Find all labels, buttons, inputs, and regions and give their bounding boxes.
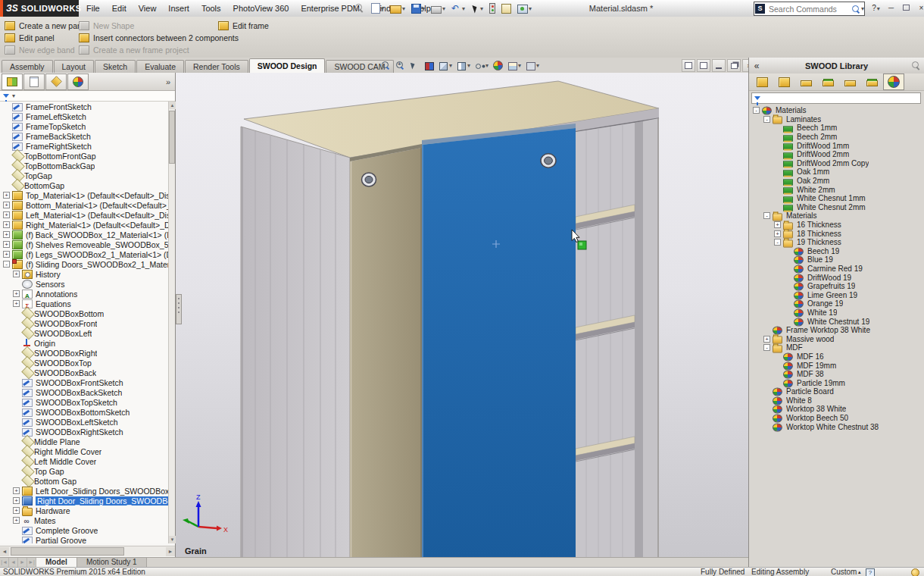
feature-tree-item-partial-groove[interactable]: Partial Groove — [0, 535, 168, 543]
library-tree-item-particle-board[interactable]: Particle Board — [751, 387, 922, 396]
feature-tree-item-swoodboxbottomsketch[interactable]: SWOODBoxBottomSketch — [0, 407, 168, 417]
library-tree-item-mdf[interactable]: -MDF — [751, 343, 922, 352]
feature-tree-item-left-material-1-default-default-display-stat[interactable]: +Left_Material<1> (Default<<Default>_Dis… — [0, 210, 168, 220]
feature-tree-item-top-gap[interactable]: Top Gap — [0, 466, 168, 476]
edit-appearance-button[interactable] — [492, 59, 504, 72]
restore-button[interactable] — [899, 2, 913, 14]
feature-tree-item-f-back-swoodbox-12-material-1-default-def[interactable]: +(f) Back_SWOODBox_12_Material<1> (Defau… — [0, 230, 168, 239]
library-filter-input[interactable] — [751, 92, 921, 104]
menu-insert[interactable]: Insert — [162, 0, 195, 17]
zoom-fit-button[interactable] — [379, 59, 392, 72]
view-orientation-button[interactable]: ▾ — [437, 59, 454, 72]
feature-tree-item-hardware[interactable]: +Hardware — [0, 506, 168, 515]
scrollbar-thumb[interactable] — [169, 111, 175, 164]
search-scope-icon[interactable]: S — [755, 4, 765, 14]
tree-filter-row[interactable]: ▾ — [0, 91, 175, 102]
tab-assembly[interactable]: Assembly — [2, 60, 53, 73]
toolbar-file-properties-button[interactable] — [499, 1, 514, 16]
library-tree-item-frame-worktop-38-white[interactable]: Frame Worktop 38 White — [751, 326, 922, 335]
expand-icon[interactable]: + — [3, 202, 10, 208]
feature-tree-item-bottom-gap[interactable]: Bottom Gap — [0, 476, 168, 486]
toolbar-open-button[interactable]: ▾ — [388, 1, 407, 16]
feature-tree-horizontal-scrollbar[interactable]: ◄ ► — [0, 546, 175, 556]
library-tree-item-white-2mm[interactable]: White 2mm — [751, 185, 922, 194]
feature-tree-item-left-middle-cover[interactable]: Left Middle Cover — [0, 456, 168, 466]
feature-tree-item-swoodboxright[interactable]: SWOODBoxRight — [0, 348, 168, 358]
feature-tree-item-framefrontsketch[interactable]: FrameFrontSketch — [0, 102, 168, 111]
apply-scene-button[interactable]: ▾ — [506, 59, 523, 72]
feature-tree-item-equations[interactable]: +Equations — [0, 299, 168, 308]
collapse-icon[interactable]: - — [753, 107, 760, 114]
tab-sketch[interactable]: Sketch — [95, 60, 136, 73]
library-tree-item-particle-19mm[interactable]: Particle 19mm — [751, 378, 922, 387]
selection-handle-marker[interactable] — [578, 241, 586, 249]
left-door-handle[interactable] — [362, 173, 376, 186]
tab-swood-design[interactable]: SWOOD Design — [249, 58, 326, 73]
panel-splitter-handle[interactable] — [176, 294, 182, 324]
feature-tree-item-frameleftsketch[interactable]: FrameLeftSketch — [0, 111, 168, 121]
minimize-button[interactable]: ─ — [884, 2, 898, 14]
library-tree-item-white-chesnut-2mm[interactable]: White Chesnut 2mm — [751, 203, 922, 212]
library-tree-item-oak-1mm[interactable]: Oak 1mm — [751, 167, 922, 177]
expand-icon[interactable]: + — [13, 517, 20, 524]
feature-tree-item-f-sliding-doors-swoodbox2-1-material-1-def[interactable]: -(f) Sliding Doors_SWOODBox2_1_Material<… — [0, 259, 168, 269]
collapse-icon[interactable]: - — [763, 344, 770, 351]
expand-icon[interactable]: + — [3, 192, 10, 199]
collapse-icon[interactable]: - — [763, 212, 770, 219]
collapse-panel-chevron[interactable]: « — [749, 61, 764, 71]
dropdown-arrow-icon[interactable]: ▾ — [402, 5, 405, 12]
feature-tree-item-origin[interactable]: Origin — [0, 338, 168, 348]
display-manager-tab[interactable] — [67, 74, 89, 90]
expand-icon[interactable]: + — [3, 221, 10, 228]
feature-tree-item-topgap[interactable]: TopGap — [0, 171, 168, 180]
toolbar-save-button[interactable]: ▾ — [409, 1, 427, 16]
feature-tree-item-swoodboxleft[interactable]: SWOODBoxLeft — [0, 328, 168, 338]
feature-tree-item-swoodboxbacksketch[interactable]: SWOODBoxBackSketch — [0, 387, 168, 397]
feature-tree-item-bottomgap[interactable]: BottomGap — [0, 180, 168, 190]
feature-tree-item-top-material-1-default-default-display-stat[interactable]: +Top_Material<1> (Default<<Default>_Disp… — [0, 190, 168, 200]
machinings-library-button[interactable] — [861, 74, 882, 90]
menu-photoview-360[interactable]: PhotoView 360 — [227, 0, 295, 17]
expand-icon[interactable]: + — [13, 290, 20, 297]
feature-tree-item-topbottombackgap[interactable]: TopBottomBackGap — [0, 161, 168, 171]
dropdown-arrow-icon[interactable]: ▾ — [381, 5, 384, 12]
pane-right-button[interactable] — [697, 59, 710, 72]
feature-tree-item-swoodboxfront[interactable]: SWOODBoxFront — [0, 318, 168, 328]
feature-tree-item-bottom-material-1-default-default-display[interactable]: +Bottom_Material<1> (Default<<Default>_D… — [0, 200, 168, 210]
feature-manager-design-tree-tab[interactable] — [2, 74, 23, 90]
feature-tree-item-sensors[interactable]: Sensors — [0, 279, 168, 289]
collapse-icon[interactable]: - — [774, 239, 781, 246]
search-commands-box[interactable]: S ▾ — [754, 2, 865, 16]
zoom-area-button[interactable] — [394, 59, 407, 72]
dropdown-arrow-icon[interactable]: ▾ — [518, 62, 521, 69]
menu-edit[interactable]: Edit — [106, 0, 133, 17]
feature-tree-item-complete-groove[interactable]: Complete Groove — [0, 525, 168, 535]
library-tree-item-white-chestnut-19[interactable]: White Chestnut 19 — [751, 317, 922, 326]
library-tree-item-massive-wood[interactable]: +Massive wood — [751, 334, 922, 343]
library-tree-item-materials[interactable]: -Materials — [751, 106, 922, 115]
feature-tree-item-mates[interactable]: +Mates — [0, 515, 168, 525]
library-tree-item-lime-green-19[interactable]: Lime Green 19 — [751, 290, 922, 299]
feature-tree-item-right-door-sliding-doors-swoodbox2-1-mate[interactable]: +Right Door_Sliding Doors_SWOODBox2_1_Ma… — [0, 496, 168, 506]
materials-library-button[interactable] — [883, 74, 904, 90]
dropdown-arrow-icon[interactable]: ▾ — [442, 5, 445, 12]
library-tree-item-19-thickness[interactable]: -19 Thickness — [751, 238, 922, 247]
collapse-icon[interactable]: - — [763, 116, 770, 123]
right-sliding-door[interactable] — [422, 124, 576, 557]
scrollbar-thumb[interactable] — [11, 547, 124, 556]
scroll-down-arrow-icon[interactable]: ▼ — [169, 536, 176, 543]
expand-icon[interactable]: + — [3, 251, 10, 258]
dropdown-arrow-icon[interactable]: ▾ — [422, 5, 425, 12]
search-input[interactable] — [767, 4, 852, 14]
expand-icon[interactable]: + — [13, 497, 20, 504]
dropdown-arrow-icon[interactable]: ▾ — [480, 5, 483, 12]
feature-tree-item-swoodboxfrontsketch[interactable]: SWOODBoxFrontSketch — [0, 377, 168, 387]
feature-tree-item-framerightsketch[interactable]: FrameRightSketch — [0, 141, 168, 151]
library-tree-item-beech-19[interactable]: Beech 19 — [751, 247, 922, 256]
tab-render-tools[interactable]: Render Tools — [185, 60, 248, 73]
dropdown-arrow-icon[interactable]: ▾ — [467, 62, 470, 69]
expand-panel-chevron[interactable]: » — [166, 77, 170, 86]
right-door-handle[interactable] — [541, 154, 556, 167]
collapse-icon[interactable]: - — [3, 261, 10, 268]
pane-left-button[interactable] — [682, 59, 695, 72]
